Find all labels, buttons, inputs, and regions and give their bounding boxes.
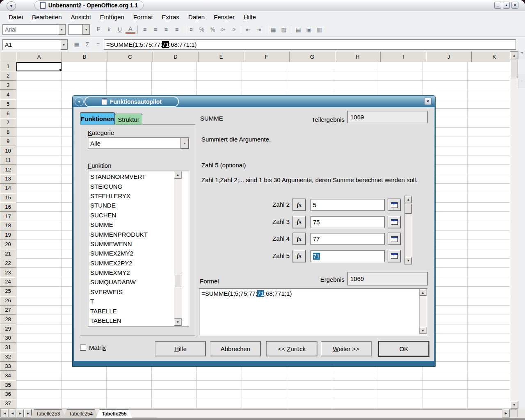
borders-icon[interactable]: ▦ <box>268 25 278 34</box>
row-header[interactable]: 18 <box>0 221 16 231</box>
align-right-icon[interactable]: ≡ <box>161 25 171 34</box>
menu-item[interactable]: Datei <box>4 12 27 22</box>
formula-input[interactable]: =SUMME(1:5:75:77:71:68:771:1) <box>104 39 516 50</box>
menu-item[interactable]: Format <box>129 12 158 22</box>
bold-icon[interactable]: F <box>94 25 103 34</box>
row-header[interactable]: 4 <box>0 90 16 99</box>
row-header[interactable]: 11 <box>0 155 16 165</box>
row-header[interactable]: 37 <box>0 399 16 409</box>
separator[interactable] <box>184 25 184 34</box>
next-sheet-button[interactable]: ▶ <box>16 409 24 417</box>
row-header[interactable]: 20 <box>0 240 16 249</box>
row-header[interactable]: 3 <box>0 81 16 90</box>
sheet-tab[interactable]: Tabelle255 <box>96 409 132 418</box>
column-header[interactable]: K <box>472 52 510 62</box>
category-combo[interactable]: Alle ▼ <box>88 137 189 149</box>
row-header[interactable]: 24 <box>0 277 16 287</box>
vertical-scrollbar-thumb[interactable] <box>510 59 518 78</box>
close-button[interactable]: ✕ <box>511 2 518 9</box>
menu-item[interactable]: Extras <box>158 12 184 22</box>
row-header[interactable]: 31 <box>0 343 16 352</box>
menu-item[interactable]: Hilfe <box>239 12 260 22</box>
percent-format-icon[interactable]: % <box>197 25 207 34</box>
sheet-tab[interactable]: Tabelle253 <box>30 409 66 418</box>
row-header[interactable]: 26 <box>0 296 16 306</box>
row-header[interactable]: 6 <box>0 109 16 118</box>
equals-icon[interactable]: = <box>94 40 103 49</box>
scroll-up-icon[interactable]: ▲ <box>420 289 426 296</box>
select-all-corner[interactable] <box>0 52 17 62</box>
font-color-icon[interactable]: A <box>126 25 135 34</box>
align-justify-icon[interactable]: ≡ <box>172 25 182 34</box>
delete-decimal-icon[interactable]: .0- <box>229 25 239 34</box>
column-header[interactable]: C <box>107 52 153 62</box>
scroll-down-icon[interactable]: ▼ <box>420 327 426 334</box>
cell-reference-box[interactable]: A1 ▼ <box>2 39 68 50</box>
scroll-up-icon[interactable]: ▲ <box>174 171 181 178</box>
row-header[interactable]: 19 <box>0 231 16 240</box>
scroll-up-icon[interactable]: ▲ <box>405 196 412 203</box>
formula-edit-box[interactable]: =SUMME(1;5;75;77;71;68;771;1) ▲ ▼ <box>199 288 427 335</box>
shrink-button[interactable] <box>388 216 401 228</box>
font-size-combo[interactable]: ▼ <box>68 24 90 35</box>
row-header[interactable]: 27 <box>0 306 16 315</box>
first-sheet-button[interactable]: |◀ <box>1 409 8 417</box>
row-header[interactable]: 25 <box>0 287 16 296</box>
row-header[interactable]: 15 <box>0 193 16 203</box>
column-header[interactable]: D <box>153 52 199 62</box>
row-header[interactable]: 34 <box>0 371 16 380</box>
align-bottom-icon[interactable]: ▥ <box>315 25 324 34</box>
decrease-indent-icon[interactable]: ⇤ <box>243 25 253 34</box>
sum-icon[interactable]: Σ <box>83 40 92 49</box>
row-header[interactable]: 14 <box>0 184 16 193</box>
shrink-button[interactable] <box>388 199 401 211</box>
row-header[interactable]: 29 <box>0 324 16 333</box>
row-header[interactable]: 9 <box>0 137 16 146</box>
fill-handle[interactable] <box>59 69 62 72</box>
row-header[interactable]: 36 <box>0 390 16 399</box>
increase-indent-icon[interactable]: ⇥ <box>254 25 264 34</box>
separator[interactable] <box>266 25 266 34</box>
row-header[interactable]: 5 <box>0 99 16 109</box>
font-name-combo[interactable]: Arial ▼ <box>2 24 66 35</box>
next-button[interactable]: Weiter >> <box>321 342 371 356</box>
help-button[interactable]: Hilfe <box>155 342 205 356</box>
scroll-right-icon[interactable]: ▶ <box>502 409 509 417</box>
argument-input[interactable]: 77 <box>310 233 385 245</box>
dialog-close-icon[interactable]: ✕ <box>424 98 431 105</box>
tab-struktur[interactable]: Struktur <box>115 114 142 125</box>
row-header[interactable]: 7 <box>0 118 16 128</box>
maximize-button[interactable]: ▲ <box>503 2 510 9</box>
menu-item[interactable]: Fenster <box>209 12 239 22</box>
standard-format-icon[interactable]: ⅝ <box>208 25 217 34</box>
row-header[interactable]: 21 <box>0 249 16 259</box>
function-button[interactable]: fx <box>293 216 306 228</box>
chevron-down-icon[interactable]: ▼ <box>180 138 189 148</box>
scrollbar-thumb[interactable] <box>405 204 412 214</box>
row-header[interactable]: 28 <box>0 315 16 324</box>
function-list-scrollbar[interactable]: ▲ ▼ <box>174 171 182 326</box>
align-left-icon[interactable]: ≡ <box>140 25 150 34</box>
add-decimal-icon[interactable]: .0+ <box>218 25 228 34</box>
column-header[interactable]: B <box>62 52 107 62</box>
column-header[interactable]: G <box>290 52 335 62</box>
argument-input[interactable]: 5 <box>310 199 385 211</box>
menu-item[interactable]: Einfügen <box>96 12 129 22</box>
shrink-button[interactable] <box>388 250 401 262</box>
scroll-down-icon[interactable]: ▼ <box>510 401 518 409</box>
row-header[interactable]: 22 <box>0 258 16 268</box>
row-header[interactable]: 32 <box>0 352 16 362</box>
scroll-down-icon[interactable]: ▼ <box>405 257 412 264</box>
ok-button[interactable]: OK <box>379 342 429 356</box>
row-header[interactable]: 13 <box>0 174 16 184</box>
selected-cell-a1[interactable] <box>16 62 62 71</box>
scroll-up-icon[interactable]: ▲ <box>510 52 518 59</box>
function-button[interactable]: fx <box>293 199 306 211</box>
row-header[interactable]: 2 <box>0 71 16 81</box>
pin-icon[interactable]: ◦ <box>518 74 525 88</box>
formula-box-scrollbar[interactable]: ▲ ▼ <box>419 289 427 334</box>
menu-item[interactable]: Ansicht <box>66 12 96 22</box>
column-header[interactable]: J <box>426 52 472 62</box>
chevron-down-icon[interactable]: ▼ <box>58 25 65 34</box>
function-autopilot-icon[interactable]: ▦ <box>72 40 81 49</box>
